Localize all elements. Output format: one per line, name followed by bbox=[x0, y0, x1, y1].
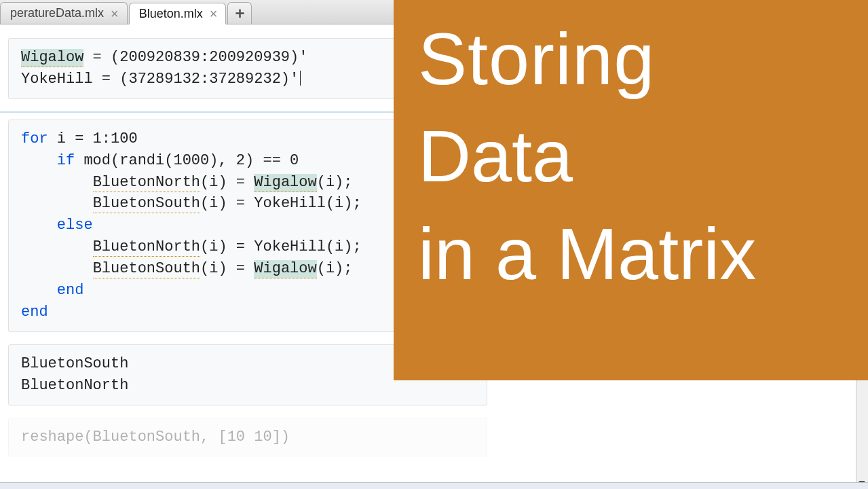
tab-label: peratureData.mlx bbox=[10, 6, 104, 20]
text-cursor bbox=[300, 71, 301, 86]
code-block[interactable]: reshape(BluetonSouth, [10 10]) bbox=[21, 427, 474, 448]
var-blueton-north: BluetonNorth bbox=[93, 174, 200, 192]
var-wigalow: Wigalow bbox=[254, 260, 316, 278]
tab-label: Blueton.mlx bbox=[139, 7, 203, 21]
var-blueton-north: BluetonNorth bbox=[93, 238, 200, 257]
overlay-line-2: Data bbox=[418, 117, 848, 194]
close-icon[interactable]: × bbox=[210, 7, 218, 20]
var-wigalow: Wigalow bbox=[21, 49, 83, 67]
var-wigalow: Wigalow bbox=[254, 174, 316, 192]
tab-add[interactable]: + bbox=[227, 2, 252, 24]
var-blueton-south: BluetonSouth bbox=[93, 195, 200, 213]
overlay-line-1: Storing bbox=[418, 20, 848, 97]
close-icon[interactable]: × bbox=[111, 7, 119, 20]
var-blueton-south: BluetonSouth bbox=[93, 260, 200, 278]
overlay-line-3: in a Matrix bbox=[418, 215, 848, 292]
status-bar bbox=[0, 482, 868, 489]
title-overlay: Storing Data in a Matrix bbox=[394, 0, 868, 380]
code-cell-4[interactable]: reshape(BluetonSouth, [10 10]) bbox=[8, 418, 487, 457]
tab-temperature-data[interactable]: peratureData.mlx × bbox=[0, 2, 128, 24]
tab-blueton[interactable]: Blueton.mlx × bbox=[129, 3, 227, 24]
plus-icon: + bbox=[235, 4, 244, 23]
